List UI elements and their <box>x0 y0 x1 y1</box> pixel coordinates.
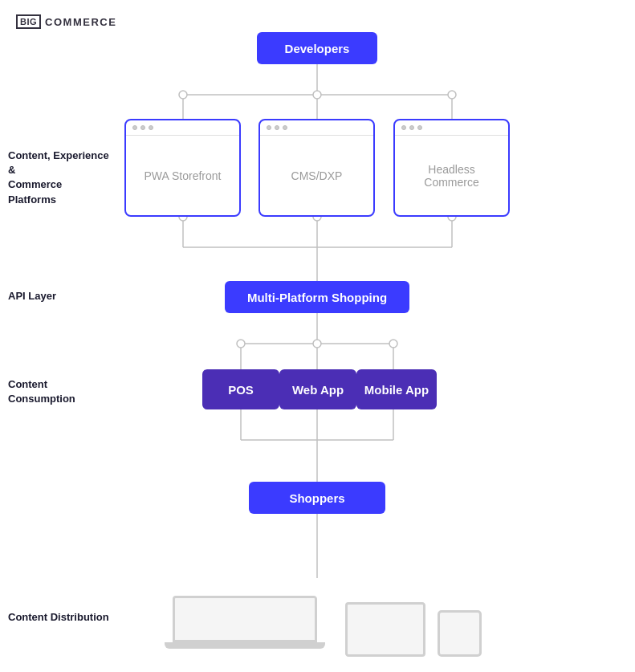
logo-commerce-text: COMMERCE <box>45 16 116 28</box>
device-phone <box>438 610 482 657</box>
svg-point-7 <box>448 91 456 99</box>
dot-2 <box>409 125 414 130</box>
pwa-card-header <box>126 120 239 136</box>
dot-1 <box>267 125 271 130</box>
svg-point-23 <box>389 340 397 348</box>
pwa-card-body: PWA Storefront <box>126 136 239 215</box>
developers-button[interactable]: Developers <box>257 32 377 64</box>
cms-card-header <box>260 120 373 136</box>
tablet-body <box>345 602 425 657</box>
svg-point-5 <box>179 91 187 99</box>
web-app-button[interactable]: Web App <box>279 369 356 409</box>
multi-platform-button[interactable]: Multi-Platform Shopping <box>225 281 409 313</box>
svg-point-22 <box>313 340 321 348</box>
logo: BIG COMMERCE <box>16 14 116 29</box>
svg-point-6 <box>313 91 321 99</box>
dot-3 <box>149 125 153 130</box>
cms-card: CMS/DXP <box>258 119 375 217</box>
dot-2 <box>140 125 145 130</box>
device-tablet <box>345 602 425 657</box>
logo-big-text: BIG <box>16 14 41 29</box>
headless-card-body: HeadlessCommerce <box>395 136 508 215</box>
mobile-app-button[interactable]: Mobile App <box>356 369 437 409</box>
dot-3 <box>283 125 287 130</box>
phone-body <box>438 610 482 657</box>
headless-card-header <box>395 120 508 136</box>
cms-card-body: CMS/DXP <box>260 136 373 215</box>
svg-point-21 <box>237 340 245 348</box>
laptop-screen <box>173 596 317 642</box>
label-content-experience: Content, Experience & Commerce Platforms <box>8 149 112 207</box>
dot-3 <box>417 125 422 130</box>
dot-2 <box>275 125 279 130</box>
label-content-distribution: Content Distribution <box>8 610 112 625</box>
connectors <box>0 0 635 672</box>
label-api-layer: API Layer <box>8 289 112 303</box>
shoppers-button[interactable]: Shoppers <box>249 482 385 514</box>
pos-button[interactable]: POS <box>202 369 279 409</box>
dot-1 <box>401 125 406 130</box>
pwa-card: PWA Storefront <box>124 119 241 217</box>
laptop-base <box>165 642 325 649</box>
label-content-consumption: Content Consumption <box>8 377 112 406</box>
dot-1 <box>132 125 137 130</box>
headless-card: HeadlessCommerce <box>393 119 510 217</box>
device-laptop <box>165 596 325 656</box>
diagram: BIG COMMERCE Developers Content, Experie… <box>0 0 635 672</box>
